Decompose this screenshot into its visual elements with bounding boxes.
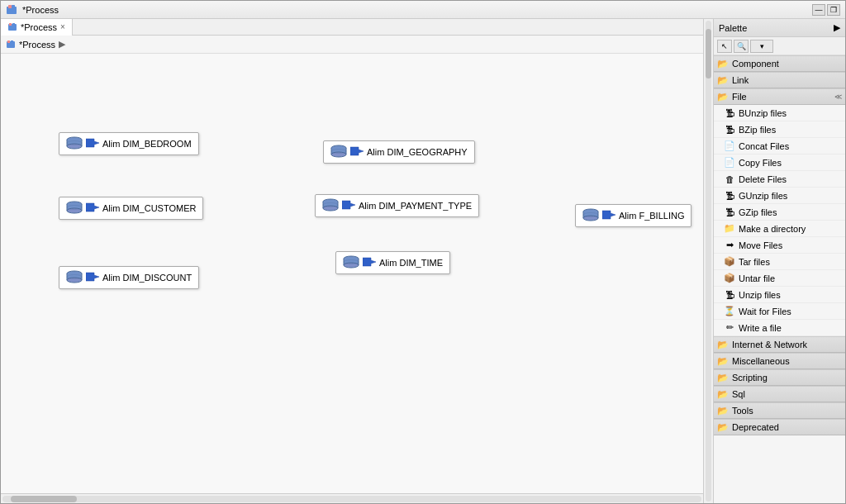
node-arrow-icon [350, 146, 364, 158]
palette-item-label-bzip: BZip files [739, 125, 776, 135]
palette-section-header-internet[interactable]: 📂 Internet & Network [714, 336, 845, 353]
section-label-internet: Internet & Network [732, 340, 807, 349]
palette-item-label-unzip: Unzip files [739, 290, 781, 300]
palette-scroll-area[interactable]: 📂 Component📂 Link📂 File≪🗜 BUnzip files🗜 … [714, 55, 845, 503]
section-label-deprecated: Deprecated [732, 422, 779, 432]
process-tab[interactable]: *Process × [1, 19, 73, 36]
palette-item-delete[interactable]: 🗑 Delete Files [714, 171, 845, 188]
section-label-component: Component [732, 59, 779, 69]
palette-item-icon-writefile: ✏ [724, 322, 735, 334]
breadcrumb: *Process ▶ [1, 36, 703, 54]
v-scroll-track[interactable] [706, 21, 711, 502]
palette-item-copy[interactable]: 📄 Copy Files [714, 155, 845, 171]
node-n3[interactable]: Alim DIM_CUSTOMER [59, 197, 203, 220]
palette-item-bunzip[interactable]: 🗜 BUnzip files [714, 105, 845, 121]
dropdown-button[interactable]: ▾ [750, 40, 773, 53]
palette-item-gunzip[interactable]: 🗜 GUnzip files [714, 188, 845, 204]
svg-marker-37 [342, 201, 355, 209]
palette-item-move[interactable]: ➡ Move Files [714, 237, 845, 254]
cursor-tool-button[interactable]: ↖ [717, 40, 732, 53]
main-window: *Process — ❐ *Process × [0, 0, 846, 504]
palette-section-header-file[interactable]: 📂 File≪ [714, 88, 845, 105]
node-n7[interactable]: Alim DIM_DISCOUNT [59, 266, 199, 289]
palette-item-bzip[interactable]: 🗜 BZip files [714, 121, 845, 138]
section-folder-icon-link: 📂 [717, 75, 729, 86]
palette-expand-icon[interactable]: ▶ [834, 22, 840, 33]
palette-section-sql: 📂 Sql [714, 386, 845, 402]
node-arrow-icon [363, 257, 376, 269]
node-arrow-icon [86, 138, 99, 150]
palette-section-header-tools[interactable]: 📂 Tools [714, 402, 845, 419]
palette-section-header-link[interactable]: 📂 Link [714, 72, 845, 88]
node-label: Alim DIM_DISCOUNT [102, 273, 192, 283]
process-title-icon [6, 4, 17, 16]
node-n2[interactable]: Alim DIM_GEOGRAPHY [323, 140, 475, 164]
tab-close-button[interactable]: × [60, 22, 65, 31]
node-label: Alim DIM_PAYMENT_TYPE [359, 201, 472, 211]
node-n1[interactable]: Alim DIM_BEDROOM [59, 132, 199, 155]
vertical-scrollbar[interactable] [703, 19, 713, 503]
palette-title: Palette [719, 23, 747, 33]
svg-marker-44 [602, 211, 615, 219]
node-db-icon [343, 255, 359, 270]
node-n4[interactable]: Alim DIM_PAYMENT_TYPE [315, 194, 479, 217]
palette-item-waitfiles[interactable]: ⏳ Wait for Files [714, 303, 845, 320]
palette-item-writefile[interactable]: ✏ Write a file [714, 320, 845, 336]
minimize-button[interactable]: — [812, 4, 825, 16]
palette-item-icon-move: ➡ [724, 240, 735, 251]
node-db-icon [582, 208, 599, 223]
palette-section-header-misc[interactable]: 📂 Miscellaneous [714, 353, 845, 369]
process-area: *Process × *Process ▶ [1, 19, 703, 503]
node-arrow-icon [602, 210, 615, 221]
node-db-icon [66, 136, 83, 151]
zoom-in-button[interactable]: 🔍 [734, 40, 749, 53]
main-content: *Process × *Process ▶ [1, 19, 845, 503]
svg-marker-30 [86, 203, 99, 212]
palette-section-header-sql[interactable]: 📂 Sql [714, 386, 845, 402]
palette-item-icon-untar: 📦 [724, 273, 735, 284]
node-label: Alim DIM_TIME [379, 258, 443, 268]
palette-panel: Palette ▶ ↖ 🔍 ▾ 📂 Component📂 Link📂 File≪… [713, 19, 845, 503]
palette-item-tar[interactable]: 📦 Tar files [714, 254, 845, 270]
breadcrumb-root[interactable]: *Process [19, 40, 55, 50]
restore-button[interactable]: ❐ [827, 4, 840, 16]
process-canvas[interactable]: Alim DIM_BEDROOM Alim DIM_GEOGRAPHY Alim… [1, 54, 703, 493]
palette-item-label-copy: Copy Files [739, 158, 782, 168]
palette-item-gzip[interactable]: 🗜 GZip files [714, 204, 845, 221]
arrow-n3-to-n2 [203, 152, 323, 208]
horizontal-scrollbar[interactable] [1, 493, 703, 503]
palette-section-header-component[interactable]: 📂 Component [714, 55, 845, 72]
tab-bar: *Process × [1, 19, 703, 36]
section-folder-icon-scripting: 📂 [717, 373, 729, 383]
palette-item-untar[interactable]: 📦 Untar file [714, 270, 845, 287]
section-folder-icon-deprecated: 📂 [717, 422, 729, 433]
section-folder-icon-sql: 📂 [717, 389, 729, 400]
palette-item-concat[interactable]: 📄 Concat Files [714, 138, 845, 155]
palette-section-header-scripting[interactable]: 📂 Scripting [714, 369, 845, 386]
palette-item-unzip[interactable]: 🗜 Unzip files [714, 287, 845, 303]
node-n6[interactable]: Alim DIM_TIME [335, 251, 450, 274]
h-scroll-thumb[interactable] [11, 496, 77, 502]
palette-item-label-delete: Delete Files [739, 174, 787, 184]
palette-section-deprecated: 📂 Deprecated [714, 419, 845, 435]
palette-item-icon-bzip: 🗜 [724, 124, 735, 136]
node-label: Alim F_BILLING [619, 211, 684, 221]
palette-item-label-mkdir: Make a directory [739, 224, 806, 234]
node-label: Alim DIM_GEOGRAPHY [367, 147, 468, 157]
section-folder-icon-misc: 📂 [717, 356, 729, 367]
palette-item-icon-gzip: 🗜 [724, 207, 735, 218]
svg-rect-2 [12, 5, 15, 8]
palette-item-mkdir[interactable]: 📁 Make a directory [714, 221, 845, 237]
node-n5[interactable]: Alim F_BILLING [575, 204, 692, 227]
node-arrow-icon [86, 202, 99, 214]
palette-item-label-move: Move Files [739, 240, 782, 250]
palette-section-misc: 📂 Miscellaneous [714, 353, 845, 369]
palette-item-icon-copy: 📄 [724, 157, 735, 169]
section-label-tools: Tools [732, 406, 753, 416]
palette-toolbar: ↖ 🔍 ▾ [714, 37, 845, 55]
v-scroll-thumb[interactable] [706, 29, 711, 78]
palette-section-header-deprecated[interactable]: 📂 Deprecated [714, 419, 845, 435]
svg-rect-5 [12, 23, 15, 26]
h-scroll-track[interactable] [2, 496, 701, 502]
palette-item-label-waitfiles: Wait for Files [739, 307, 791, 316]
